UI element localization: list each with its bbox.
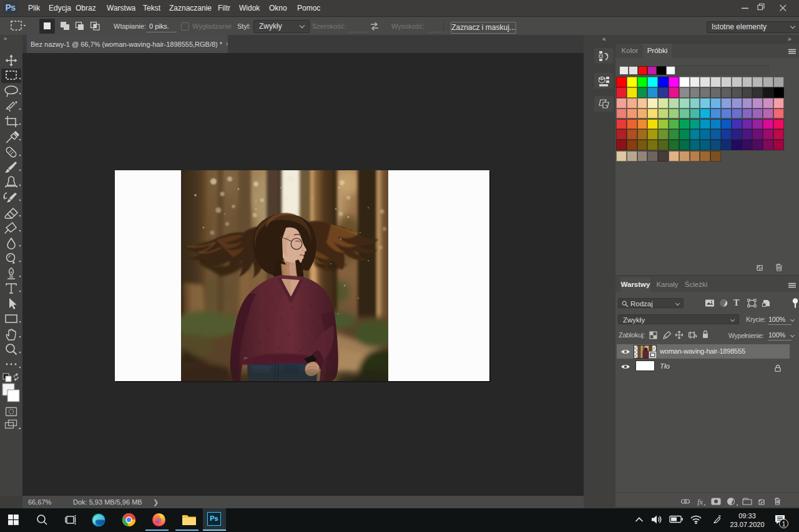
svg-text:fx: fx: [697, 497, 703, 506]
